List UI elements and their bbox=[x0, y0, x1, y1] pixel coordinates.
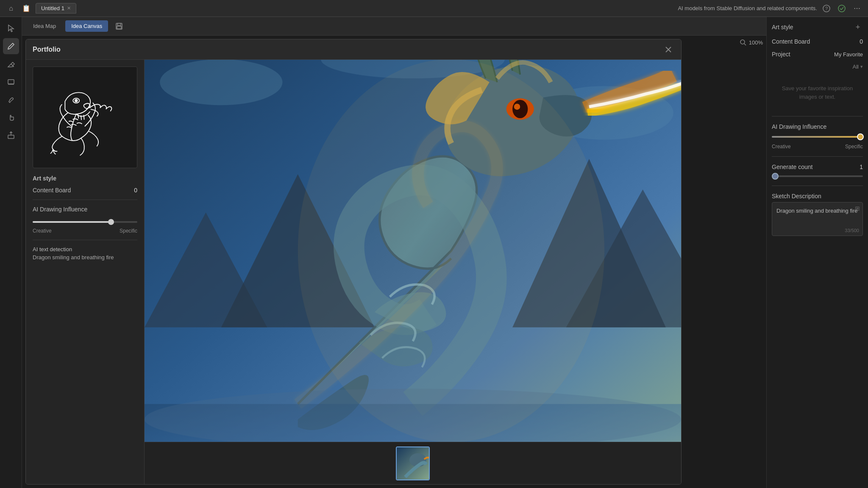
ai-drawing-title: AI Drawing Influence bbox=[772, 123, 863, 130]
ai-text-section: AI text detection Dragon smiling and bre… bbox=[33, 246, 137, 261]
ai-text-value: Dragon smiling and breathing fire bbox=[33, 254, 137, 261]
generate-count-value: 1 bbox=[860, 164, 863, 170]
separator bbox=[33, 200, 137, 200]
help-icon[interactable]: ? bbox=[821, 3, 832, 14]
art-style-row: Art style bbox=[33, 175, 137, 182]
svg-point-14 bbox=[75, 100, 78, 102]
svg-point-29 bbox=[298, 60, 604, 442]
ai-drawing-slider[interactable]: Creative Specific bbox=[33, 218, 137, 234]
dragon-illustration bbox=[145, 60, 681, 442]
portfolio-info: Art style Content Board 0 AI Drawing Inf… bbox=[33, 175, 137, 261]
title-info: AI models from Stable Diffusion and rela… bbox=[678, 3, 863, 14]
svg-text:?: ? bbox=[825, 6, 828, 11]
generate-count-thumb bbox=[772, 173, 779, 180]
thumbnail-svg bbox=[397, 447, 430, 480]
art-style-section: Art style + bbox=[772, 22, 863, 32]
tab-close-icon[interactable]: ✕ bbox=[67, 6, 71, 11]
ai-drawing-thumb bbox=[857, 133, 864, 140]
thumbnail-item[interactable] bbox=[396, 446, 430, 480]
svg-line-10 bbox=[744, 44, 746, 45]
slider-thumb bbox=[108, 219, 114, 225]
right-panel: Art style + Content Board 0 Project My F… bbox=[766, 17, 868, 488]
ai-drawing-label: AI Drawing Influence bbox=[33, 206, 87, 213]
tab-idea-map[interactable]: Idea Map bbox=[27, 20, 62, 32]
sketch-desc-title: Sketch Description bbox=[772, 193, 863, 200]
slider-fill bbox=[33, 221, 111, 223]
ai-drawing-fill bbox=[772, 136, 863, 138]
more-icon[interactable]: ⋯ bbox=[851, 3, 863, 14]
content-board-label: Content Board bbox=[772, 38, 810, 45]
content-board-value: 0 bbox=[134, 187, 137, 194]
svg-point-2 bbox=[838, 5, 845, 12]
portfolio-content: Art style Content Board 0 AI Drawing Inf… bbox=[26, 60, 681, 484]
content-board-value: 0 bbox=[860, 38, 863, 45]
portfolio-title: Portfolio bbox=[33, 46, 61, 53]
right-separator2 bbox=[772, 156, 863, 157]
svg-rect-8 bbox=[117, 26, 121, 29]
cursor-tool[interactable] bbox=[3, 20, 19, 36]
right-separator3 bbox=[772, 186, 863, 186]
sub-bar: Idea Map Idea Canvas bbox=[22, 17, 766, 36]
content-area: Idea Map Idea Canvas 100% Portfolio bbox=[22, 17, 766, 488]
title-tab[interactable]: Untitled 1 ✕ bbox=[36, 3, 76, 14]
svg-rect-5 bbox=[8, 135, 14, 139]
sketch-desc-counter: 33/500 bbox=[845, 228, 859, 233]
zoom-indicator: 100% bbox=[740, 39, 763, 46]
home-icon[interactable]: ⌂ bbox=[5, 3, 17, 14]
save-icon[interactable] bbox=[113, 20, 125, 32]
sketch-desc-box[interactable]: ⊞ Dragon smiling and breathing fire 33/5… bbox=[772, 202, 863, 236]
generate-count-slider[interactable] bbox=[772, 175, 863, 177]
project-section: Project My Favorite bbox=[772, 51, 863, 58]
filter-arrow-icon[interactable]: ▾ bbox=[860, 64, 863, 69]
tab-idea-canvas[interactable]: Idea Canvas bbox=[65, 20, 108, 32]
content-board-placeholder: Save your favorite inspiration images or… bbox=[772, 76, 863, 109]
project-label: Project bbox=[772, 51, 790, 58]
dragon-image bbox=[145, 60, 681, 442]
content-board-section: Content Board 0 bbox=[772, 38, 863, 45]
svg-point-9 bbox=[740, 40, 745, 44]
svg-rect-3 bbox=[8, 80, 14, 84]
art-style-label: Art style bbox=[772, 24, 793, 30]
sketch-preview bbox=[33, 67, 137, 168]
hand-tool[interactable] bbox=[3, 109, 19, 125]
project-dropdown[interactable]: My Favorite bbox=[834, 51, 863, 58]
portfolio-close-button[interactable] bbox=[662, 44, 674, 55]
thumbnail-preview bbox=[397, 447, 429, 480]
thumbnails-bar bbox=[145, 442, 681, 484]
art-style-add-button[interactable]: + bbox=[853, 22, 863, 32]
portfolio-main bbox=[145, 60, 681, 484]
ai-drawing-row: AI Drawing Influence bbox=[33, 206, 137, 213]
content-board-row: Content Board 0 bbox=[33, 187, 137, 194]
shape-tool[interactable] bbox=[3, 74, 19, 90]
generate-count-label: Generate count bbox=[772, 164, 813, 170]
tab-title: Untitled 1 bbox=[41, 5, 64, 11]
generate-count-row: Generate count 1 bbox=[772, 164, 863, 170]
project-value: My Favorite bbox=[834, 51, 863, 58]
eraser-tool[interactable] bbox=[3, 56, 19, 72]
right-separator bbox=[772, 116, 863, 116]
export-tool[interactable] bbox=[3, 127, 19, 143]
sketch-desc-text: Dragon smiling and breathing fire bbox=[776, 208, 858, 214]
left-toolbar bbox=[0, 17, 22, 488]
pen-tool[interactable] bbox=[3, 38, 19, 54]
dragon-sketch-svg bbox=[33, 67, 137, 168]
svg-rect-7 bbox=[117, 23, 121, 25]
title-bar: ⌂ 📋 Untitled 1 ✕ AI models from Stable D… bbox=[0, 0, 868, 17]
sketch-description-section: Sketch Description ⊞ Dragon smiling and … bbox=[772, 193, 863, 236]
check-icon[interactable] bbox=[836, 3, 848, 14]
ai-drawing-slider[interactable] bbox=[772, 136, 863, 138]
slider-labels: Creative Specific bbox=[33, 228, 137, 234]
svg-point-16 bbox=[160, 60, 282, 105]
content-board-label: Content Board bbox=[33, 187, 71, 194]
filter-label: All bbox=[853, 64, 859, 70]
separator2 bbox=[33, 240, 137, 240]
portfolio-dialog: Portfolio bbox=[25, 39, 682, 485]
ai-drawing-labels: Creative Specific bbox=[772, 144, 863, 150]
generate-count-section: Generate count 1 bbox=[772, 164, 863, 179]
art-style-label: Art style bbox=[33, 175, 56, 182]
ai-text-label: AI text detection bbox=[33, 246, 137, 252]
filter-section: All ▾ bbox=[772, 64, 863, 70]
ai-drawing-section: AI Drawing Influence Creative Specific bbox=[772, 123, 863, 150]
pencil-tool[interactable] bbox=[3, 92, 19, 108]
book-icon[interactable]: 📋 bbox=[20, 3, 32, 14]
